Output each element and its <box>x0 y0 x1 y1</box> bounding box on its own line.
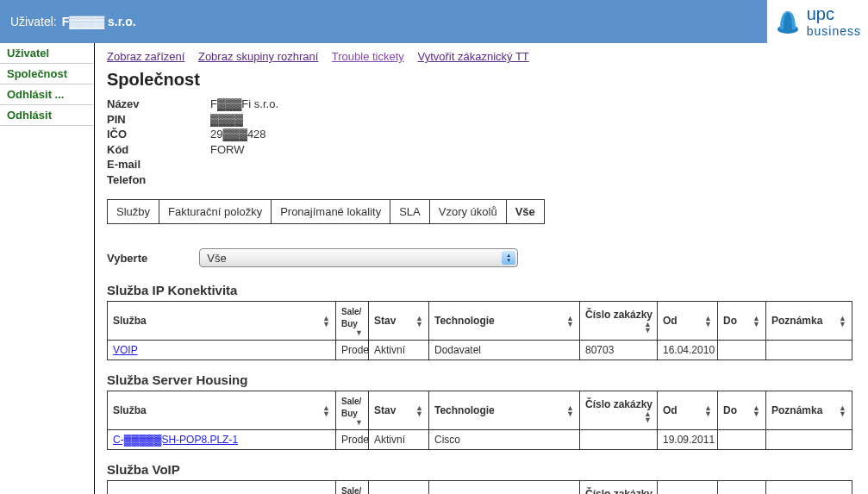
tab-vzory-ukolu[interactable]: Vzory úkolů <box>430 200 507 223</box>
table-row: C-▓▓▓▓▓SH-POP8.PLZ-1ProdejAktivníCisco19… <box>108 430 852 450</box>
tab-fakt-polozky[interactable]: Fakturační položky <box>159 200 272 223</box>
sort-icon: ▲▼ <box>704 316 712 328</box>
th-poz[interactable]: Poznámka▲▼ <box>766 391 852 430</box>
filter-select[interactable]: Vše ▲▼ <box>199 248 518 267</box>
page-title: Společnost <box>107 70 856 90</box>
th-od[interactable]: Od▲▼ <box>658 481 718 494</box>
th-zak[interactable]: Číslo zakázky▲▼ <box>580 302 658 341</box>
th-sluzba[interactable]: Služba▲▼ <box>108 302 336 341</box>
th-tech[interactable]: Technologie▲▼ <box>429 481 580 494</box>
th-salebuy[interactable]: Sale/Buy▼ <box>336 481 369 494</box>
sidebar-item-uzivatel[interactable]: Uživatel <box>0 43 94 64</box>
cell-stav: Aktivní <box>369 430 429 450</box>
detail-label-pin: PIN <box>107 112 210 128</box>
app-header: Uživatel: F▓▓▓▓ s.r.o. upc business <box>0 0 868 43</box>
filter-label: Vyberte <box>107 252 147 265</box>
top-links: Zobraz zařízení Zobraz skupiny rozhraní … <box>107 50 856 63</box>
brand-text: upc business <box>807 6 861 37</box>
link-vytvorit-tt[interactable]: Vytvořit zákaznický TT <box>417 50 528 63</box>
main-content: Zobraz zařízení Zobraz skupiny rozhraní … <box>95 43 868 494</box>
th-od[interactable]: Od▲▼ <box>658 302 718 341</box>
th-sluzba[interactable]: Služba▲▼ <box>108 481 336 494</box>
tab-sluzby[interactable]: Služby <box>108 200 159 223</box>
detail-value-nazev: F▓▓▓Fi s.r.o. <box>210 97 278 112</box>
sidebar-item-spolecnost[interactable]: Společnost <box>0 64 94 84</box>
sort-icon: ▲▼ <box>704 405 712 417</box>
brand-sub: business <box>807 24 861 38</box>
cell-poz <box>766 341 852 360</box>
cell-zak: 80703 <box>580 341 658 360</box>
sort-icon: ▲▼ <box>415 316 423 328</box>
header-user-label: Uživatel: <box>10 15 57 28</box>
section-title: Služba VoIP <box>107 462 856 477</box>
th-od[interactable]: Od▲▼ <box>658 391 718 430</box>
detail-value-kod: FORW <box>210 142 244 158</box>
select-arrows-icon: ▲▼ <box>502 251 515 265</box>
cell-sb: Prodej <box>336 341 369 360</box>
detail-label-ico: IČO <box>107 127 210 142</box>
cell-od: 19.09.2011 <box>658 430 718 450</box>
th-tech[interactable]: Technologie▲▼ <box>429 302 580 341</box>
detail-value-pin: ▓▓▓▓ <box>210 112 243 128</box>
sort-icon: ▲▼ <box>415 405 423 417</box>
data-table: Služba▲▼Sale/Buy▼Stav▲▼Technologie▲▼Čísl… <box>107 391 852 450</box>
cell-stav: Aktivní <box>369 341 429 360</box>
brand-name: upc <box>807 4 834 23</box>
sort-icon: ▲▼ <box>644 322 652 334</box>
th-salebuy[interactable]: Sale/Buy▼ <box>336 391 369 430</box>
th-poz[interactable]: Poznámka▲▼ <box>766 481 852 494</box>
th-do[interactable]: Do▲▼ <box>718 391 766 430</box>
cell-sb: Prodej <box>336 430 369 450</box>
detail-value-ico: 29▓▓▓428 <box>210 127 266 142</box>
sort-icon: ▲▼ <box>322 316 330 328</box>
sidebar: Uživatel Společnost Odhlásit ... Odhlási… <box>0 43 95 494</box>
link-trouble-tickety[interactable]: Trouble tickety <box>332 50 404 63</box>
th-zak[interactable]: Číslo zakázky▲▼ <box>580 481 658 494</box>
th-do[interactable]: Do▲▼ <box>718 302 766 341</box>
data-table: Služba▲▼Sale/Buy▼Stav▲▼Technologie▲▼Čísl… <box>107 480 852 494</box>
th-zak[interactable]: Číslo zakázky▲▼ <box>580 391 658 430</box>
detail-label-kod: Kód <box>107 142 210 158</box>
cell-do <box>718 430 766 450</box>
th-tech[interactable]: Technologie▲▼ <box>429 391 580 430</box>
sidebar-item-odhlasit[interactable]: Odhlásit <box>0 105 94 126</box>
sort-icon: ▲▼ <box>322 405 330 417</box>
cell-tech: Cisco <box>429 430 580 450</box>
upc-logo-icon <box>774 8 802 35</box>
th-poz[interactable]: Poznámka▲▼ <box>766 302 852 341</box>
service-link[interactable]: C-▓▓▓▓▓SH-POP8.PLZ-1 <box>113 434 238 446</box>
detail-label-telefon: Telefon <box>107 172 210 188</box>
sort-down-icon: ▼ <box>355 330 363 336</box>
cell-zak <box>580 430 658 450</box>
tab-vse[interactable]: Vše <box>507 200 544 223</box>
sort-icon: ▲▼ <box>839 316 846 328</box>
link-zobraz-skupiny[interactable]: Zobraz skupiny rozhraní <box>198 50 318 63</box>
th-stav[interactable]: Stav▲▼ <box>369 391 429 430</box>
sort-icon: ▲▼ <box>752 316 760 328</box>
th-stav[interactable]: Stav▲▼ <box>369 481 429 494</box>
sort-icon: ▲▼ <box>644 411 652 423</box>
th-sluzba[interactable]: Služba▲▼ <box>108 391 336 430</box>
cell-poz <box>766 430 852 450</box>
filter-row: Vyberte Vše ▲▼ <box>107 248 856 267</box>
filter-select-value: Vše <box>207 252 226 265</box>
header-user: Uživatel: F▓▓▓▓ s.r.o. <box>10 15 136 28</box>
header-user-company: F▓▓▓▓ s.r.o. <box>62 15 136 28</box>
tab-pronaj-lokality[interactable]: Pronajímané lokality <box>272 200 390 223</box>
link-zobraz-zarizeni[interactable]: Zobraz zařízení <box>107 50 184 63</box>
section-title: Služba Server Housing <box>107 372 856 387</box>
th-stav[interactable]: Stav▲▼ <box>369 302 429 341</box>
detail-label-email: E-mail <box>107 157 210 172</box>
service-link[interactable]: VOIP <box>113 344 138 356</box>
detail-label-nazev: Název <box>107 97 210 112</box>
th-do[interactable]: Do▲▼ <box>718 481 766 494</box>
table-row: VOIPProdejAktivníDodavatel8070316.04.201… <box>108 341 852 360</box>
section-title: Služba IP Konektivita <box>107 283 856 297</box>
tab-sla[interactable]: SLA <box>390 200 430 223</box>
cell-od: 16.04.2010 <box>658 341 718 360</box>
company-details: NázevF▓▓▓Fi s.r.o. PIN▓▓▓▓ IČO29▓▓▓428 K… <box>107 97 856 187</box>
cell-do <box>718 341 766 360</box>
sidebar-item-odhlasit-dots[interactable]: Odhlásit ... <box>0 84 94 105</box>
th-salebuy[interactable]: Sale/Buy▼ <box>336 302 369 341</box>
brand-logo: upc business <box>767 0 868 43</box>
